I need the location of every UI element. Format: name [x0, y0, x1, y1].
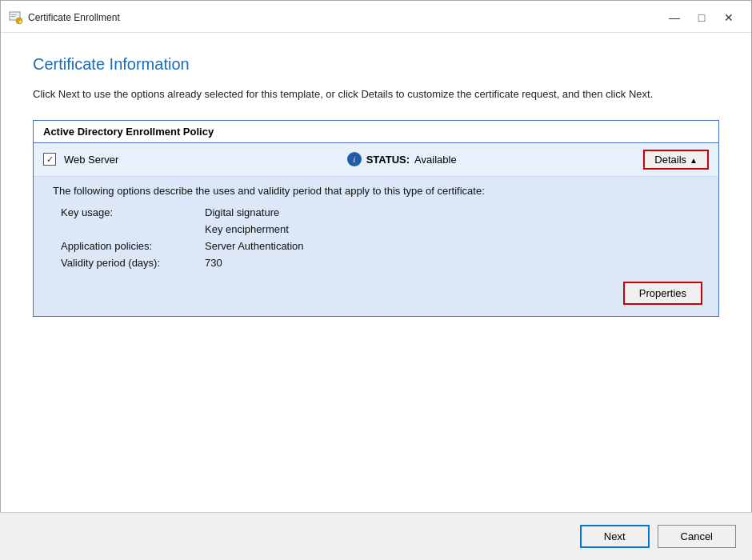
cert-status-area: i STATUS: Available	[347, 152, 457, 166]
main-content: Certificate Information Click Next to us…	[1, 33, 751, 317]
status-value: Available	[414, 154, 457, 166]
cert-row: ✓ Web Server i STATUS: Available Details	[34, 143, 718, 177]
minimize-button[interactable]: —	[662, 6, 687, 29]
page-description: Click Next to use the options already se…	[33, 86, 705, 102]
title-bar: ★ Certificate Enrollment — □ ✕	[1, 1, 751, 33]
policy-header: Active Directory Enrollment Policy	[34, 121, 718, 143]
page-heading: Certificate Information	[33, 55, 719, 74]
properties-button[interactable]: Properties	[623, 282, 702, 305]
details-footer: Properties	[53, 282, 706, 305]
certificate-icon: ★	[9, 10, 23, 25]
key-usage-label-2	[61, 222, 205, 237]
title-bar-left: ★ Certificate Enrollment	[9, 10, 120, 25]
details-button[interactable]: Details	[643, 150, 709, 170]
validity-label: Validity period (days):	[61, 255, 205, 270]
details-description: The following options describe the uses …	[53, 185, 706, 197]
maximize-button[interactable]: □	[689, 6, 714, 29]
details-label: Details	[654, 154, 686, 166]
chevron-up-icon	[690, 154, 698, 166]
app-policies-value: Server Authentication	[205, 238, 706, 254]
cert-name: Web Server	[64, 154, 160, 166]
details-expanded: The following options describe the uses …	[34, 177, 718, 316]
validity-value: 730	[205, 255, 706, 270]
cancel-button[interactable]: Cancel	[658, 525, 736, 548]
next-button[interactable]: Next	[580, 525, 650, 548]
cert-checkbox[interactable]: ✓	[43, 153, 56, 166]
policy-container: Active Directory Enrollment Policy ✓ Web…	[33, 120, 719, 317]
policy-body: ✓ Web Server i STATUS: Available Details…	[34, 143, 718, 316]
info-icon: i	[347, 152, 362, 166]
key-usage-value-1: Digital signature	[205, 205, 706, 220]
app-policies-label: Application policies:	[61, 238, 205, 254]
checkbox-check: ✓	[46, 154, 54, 165]
key-usage-value-2: Key encipherment	[205, 222, 706, 237]
window-title: Certificate Enrollment	[28, 12, 120, 23]
key-usage-label: Key usage:	[61, 205, 205, 220]
svg-rect-3	[11, 16, 15, 17]
window-controls: — □ ✕	[662, 6, 742, 29]
close-button[interactable]: ✕	[716, 6, 742, 29]
status-label: STATUS:	[366, 154, 410, 166]
details-table: Key usage: Digital signature Key enciphe…	[61, 205, 706, 270]
svg-rect-2	[11, 14, 17, 15]
bottom-bar: Next Cancel	[0, 512, 752, 560]
